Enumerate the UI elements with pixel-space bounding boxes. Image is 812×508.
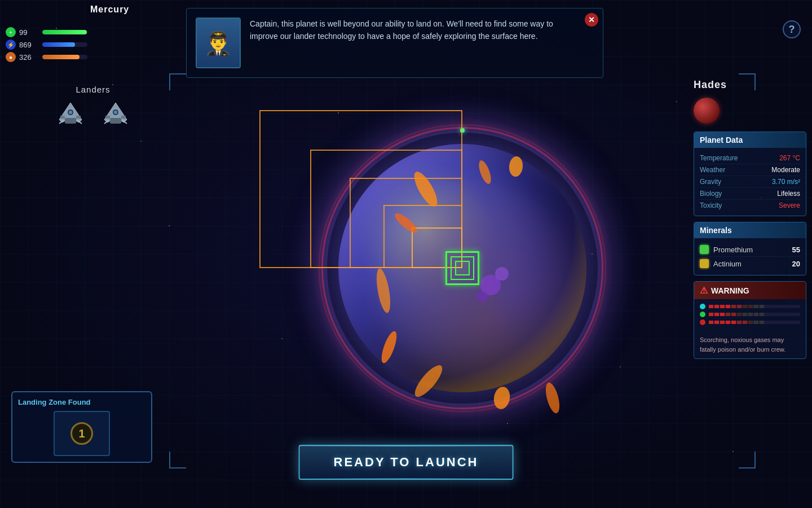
landers-display — [6, 100, 180, 128]
biology-label: Biology — [700, 190, 722, 198]
warning-dot-2 — [700, 312, 705, 317]
actinium-name: Actinium — [713, 260, 788, 268]
warning-bar-track-2 — [709, 313, 800, 316]
planet-data-header: Planet Data — [694, 132, 806, 148]
temperature-label: Temperature — [700, 154, 738, 162]
landers-label: Landers — [6, 85, 180, 94]
svg-rect-1 — [65, 118, 76, 124]
avatar-image — [197, 19, 240, 67]
toxicity-value: Severe — [779, 202, 800, 209]
promethium-name: Promethium — [713, 246, 788, 254]
warning-dot-3 — [700, 319, 705, 325]
weather-label: Weather — [700, 166, 725, 174]
svg-point-5 — [69, 111, 72, 114]
svg-point-13 — [114, 111, 117, 114]
energy-icon: ⚡ — [6, 40, 16, 50]
energy-resource-row: ⚡ 869 — [6, 40, 87, 50]
launch-button-container: READY TO LAUNCH — [299, 445, 514, 480]
gravity-label: Gravity — [700, 178, 721, 186]
temperature-value: 267 °C — [779, 154, 800, 162]
planet-data-title: Planet Data — [700, 135, 743, 144]
ship-name: Mercury — [90, 5, 129, 15]
svg-rect-14 — [105, 116, 110, 119]
credits-bar-container — [42, 55, 87, 59]
landing-zone-title: Landing Zone Found — [18, 398, 145, 406]
weather-row: Weather Moderate — [700, 164, 800, 176]
health-bar — [42, 30, 87, 34]
weather-value: Moderate — [771, 166, 800, 174]
toxicity-label: Toxicity — [700, 202, 722, 209]
dialogue-text: Captain, this planet is well beyond our … — [250, 17, 575, 68]
temperature-row: Temperature 267 °C — [700, 152, 800, 164]
minerals-title: Minerals — [700, 226, 732, 235]
planet-data-body: Temperature 267 °C Weather Moderate Grav… — [694, 148, 806, 216]
health-icon: + — [6, 27, 16, 37]
svg-rect-6 — [60, 116, 65, 119]
biology-value: Lifeless — [777, 190, 800, 198]
minerals-header: Minerals — [694, 222, 806, 238]
warning-title: WARNING — [711, 286, 749, 295]
actinium-row: Actinium 20 — [700, 257, 800, 270]
top-bar: Mercury + 99 ⚡ 869 ● 326 Ca — [0, 0, 812, 79]
warning-bar-row-1 — [700, 304, 800, 309]
minerals-section: Minerals Promethium 55 Actinium 20 — [694, 222, 806, 275]
lander-ship-1[interactable] — [54, 100, 87, 128]
warning-dot-1 — [700, 304, 705, 309]
minerals-body: Promethium 55 Actinium 20 — [694, 238, 806, 275]
toxicity-row: Toxicity Severe — [700, 200, 800, 211]
credits-bar — [42, 55, 80, 59]
inner-target-reticle — [445, 251, 479, 285]
svg-rect-7 — [76, 116, 81, 119]
dialogue-box: Captain, this planet is well beyond our … — [186, 8, 603, 78]
warning-bar-track-1 — [709, 305, 800, 308]
right-panel: Hades Planet Data Temperature 267 °C Wea… — [688, 73, 812, 508]
gravity-row: Gravity 3.70 m/s² — [700, 176, 800, 188]
landing-zone-icon: 1 — [54, 411, 110, 456]
planet-icon-right — [694, 98, 720, 124]
energy-bar — [42, 42, 75, 47]
planet-area — [169, 73, 756, 463]
help-button[interactable]: ? — [783, 20, 801, 38]
energy-value: 869 — [19, 41, 39, 49]
actinium-icon — [700, 259, 709, 268]
dialogue-close-button[interactable]: ✕ — [585, 13, 598, 27]
warning-header: ⚠ WARNING — [694, 282, 806, 299]
resources-panel: + 99 ⚡ 869 ● 326 — [6, 27, 87, 62]
biology-row: Biology Lifeless — [700, 188, 800, 200]
zone-number: 1 — [70, 422, 93, 445]
actinium-value: 20 — [792, 260, 800, 268]
health-bar-container — [42, 30, 87, 34]
avatar-frame — [196, 17, 241, 68]
promethium-row: Promethium 55 — [700, 243, 800, 257]
lander-ship-2[interactable] — [99, 100, 133, 128]
credits-icon: ● — [6, 52, 16, 62]
energy-bar-container — [42, 42, 87, 47]
landing-zone-box: Landing Zone Found 1 — [11, 391, 152, 463]
credits-resource-row: ● 326 — [6, 52, 87, 62]
warning-bar-track-3 — [709, 321, 800, 324]
planet-data-section: Planet Data Temperature 267 °C Weather M… — [694, 132, 806, 216]
warning-icon: ⚠ — [700, 285, 708, 296]
svg-rect-9 — [110, 118, 121, 124]
svg-rect-15 — [121, 116, 126, 119]
svg-point-22 — [543, 381, 562, 414]
promethium-value: 55 — [792, 246, 800, 254]
left-panel: Landers — [0, 79, 186, 508]
planet-container — [316, 121, 609, 415]
warning-section: ⚠ WARNING — [694, 281, 806, 359]
gravity-value: 3.70 m/s² — [772, 178, 800, 186]
warning-text: Scorching, noxious gases may fatally poi… — [694, 332, 806, 358]
health-value: 99 — [19, 28, 39, 37]
warning-bar-row-2 — [700, 312, 800, 317]
health-resource-row: + 99 — [6, 27, 87, 37]
warning-bar-row-3 — [700, 319, 800, 325]
warning-bars — [694, 299, 806, 332]
credits-value: 326 — [19, 53, 39, 62]
promethium-icon — [700, 245, 709, 254]
launch-button[interactable]: READY TO LAUNCH — [299, 445, 514, 480]
planet-name-right: Hades — [694, 79, 806, 91]
